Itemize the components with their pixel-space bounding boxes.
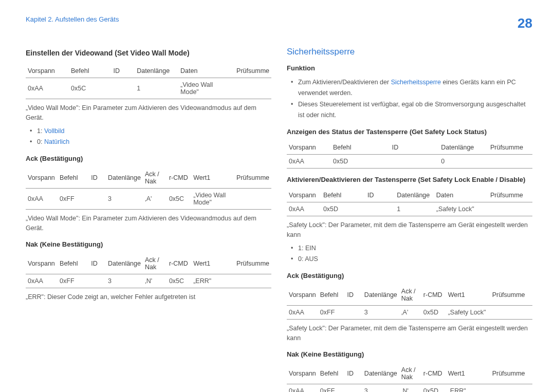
cell xyxy=(89,189,106,210)
col-header: Befehl xyxy=(321,189,365,202)
cell: 0x5D xyxy=(331,155,390,169)
col-header: Befehl xyxy=(331,141,390,155)
col-header: Datenlänge xyxy=(395,189,434,202)
col-header: Vorspann xyxy=(287,189,321,202)
cell xyxy=(490,384,532,392)
note-text: „Video Wall Mode": Ein Parameter zum Akt… xyxy=(26,214,271,233)
col-header: Prüfsumme xyxy=(488,141,532,155)
cell: 0x5D xyxy=(321,202,365,216)
note-text: „Video Wall Mode": Ein Parameter zum Akt… xyxy=(26,103,271,123)
cell xyxy=(112,78,135,99)
cell: „Safety Lock" xyxy=(446,306,490,320)
col-header: Daten xyxy=(178,64,234,78)
col-header: Befehl xyxy=(58,253,89,274)
cell: 1 xyxy=(135,78,178,99)
col-header: Ack / Nak xyxy=(399,285,421,306)
table-safety-nak: Vorspann Befehl ID Datenlänge Ack / Nak … xyxy=(287,363,532,393)
cell: „Safety Lock" xyxy=(434,202,488,216)
heading-ack2: Ack (Bestätigung) xyxy=(287,272,532,279)
cell xyxy=(390,155,439,169)
cell: 0xAA xyxy=(26,78,69,99)
cell: 0xFF xyxy=(58,274,89,288)
cell: 0x5C xyxy=(167,189,191,210)
chapter-title: Kapitel 2. Aufstellen des Geräts xyxy=(26,15,119,23)
heading-sicherheitssperre: Sicherheitssperre xyxy=(287,47,532,57)
col-header: r-CMD xyxy=(167,253,191,274)
col-header: ID xyxy=(365,189,395,202)
cell: 0x5D xyxy=(421,384,446,392)
prefix: 0: xyxy=(37,138,44,145)
col-header: Wert1 xyxy=(446,363,490,384)
heading-nak2: Nak (Keine Bestätigung) xyxy=(287,350,532,358)
cell: 0xFF xyxy=(318,306,345,320)
list-item: 1: EIN xyxy=(291,243,532,254)
cell: 0xAA xyxy=(26,274,58,288)
col-header: Wert1 xyxy=(446,285,490,306)
cell xyxy=(345,384,362,392)
cell: 0xAA xyxy=(287,202,321,216)
col-header: Vorspann xyxy=(287,363,318,384)
cell: 0xAA xyxy=(287,306,318,320)
cell: ‚A' xyxy=(143,189,167,210)
cell xyxy=(488,155,532,169)
cell: 0xAA xyxy=(26,189,58,210)
col-header: Vorspann xyxy=(287,285,318,306)
link-vollbild[interactable]: Vollbild xyxy=(44,127,65,135)
cell: 0x5C xyxy=(167,274,191,288)
cell: 0xAA xyxy=(287,155,331,169)
col-header: ID xyxy=(390,141,439,155)
list-item: Zum Aktivieren/Deaktivieren der Sicherhe… xyxy=(291,77,532,99)
col-header: ID xyxy=(89,167,106,189)
cell: „ERR" xyxy=(446,384,490,392)
cell xyxy=(488,202,532,216)
col-header: Prüfsumme xyxy=(488,189,532,202)
list-item: 1: Vollbild xyxy=(30,126,271,137)
list-item: Dieses Steuerelement ist verfügbar, egal… xyxy=(291,99,532,121)
cell: 1 xyxy=(395,202,434,216)
cell: 0 xyxy=(439,155,488,169)
table-video-wall-nak: Vorspann Befehl ID Datenlänge Ack / Nak … xyxy=(26,253,271,288)
list-item: 0: AUS xyxy=(291,254,532,265)
col-header: Befehl xyxy=(318,285,345,306)
note-text: „Safety Lock": Der Parameter, mit dem di… xyxy=(287,220,532,240)
link-natuerlich[interactable]: Natürlich xyxy=(44,138,69,145)
heading-funktion: Funktion xyxy=(287,64,532,72)
cell: „Video Wall Mode" xyxy=(191,189,234,210)
col-header: Wert1 xyxy=(191,167,234,189)
left-column: Einstellen der Videowand (Set Video Wall… xyxy=(26,47,271,392)
heading-ack: Ack (Bestätigung) xyxy=(26,155,271,162)
col-header: Prüfsumme xyxy=(490,285,532,306)
table-safety-set: Vorspann Befehl ID Datenlänge Daten Prüf… xyxy=(287,189,532,216)
cell: 0xFF xyxy=(318,384,345,392)
col-header: Datenlänge xyxy=(362,285,399,306)
cell: 0x5D xyxy=(421,306,446,320)
note-text: „ERR": Dieser Code zeigt an, welcher Feh… xyxy=(26,292,271,302)
col-header: Befehl xyxy=(318,363,345,384)
col-header: ID xyxy=(345,363,362,384)
col-header: ID xyxy=(89,253,106,274)
page-number: 28 xyxy=(517,15,532,31)
col-header: Prüfsumme xyxy=(490,363,532,384)
cell: 0xAA xyxy=(287,384,318,392)
col-header: Prüfsumme xyxy=(234,253,271,274)
col-header: Prüfsumme xyxy=(234,64,271,78)
text: Zum Aktivieren/Deaktivieren der xyxy=(298,79,391,86)
cell: „Video Wall Mode" xyxy=(178,78,234,99)
cell: ‚N' xyxy=(143,274,167,288)
heading-set-enable: Aktivieren/Deaktivieren der Tastensperre… xyxy=(287,176,532,183)
cell xyxy=(365,202,395,216)
table-safety-get: Vorspann Befehl ID Datenlänge Prüfsumme … xyxy=(287,141,532,169)
link-sicherheitssperre[interactable]: Sicherheitssperre xyxy=(391,79,441,86)
col-header: Ack / Nak xyxy=(399,363,421,384)
col-header: Datenlänge xyxy=(106,253,143,274)
table-video-wall-set: Vorspann Befehl ID Datenlänge Daten Prüf… xyxy=(26,64,271,99)
col-header: Datenlänge xyxy=(135,64,178,78)
cell: 0x5C xyxy=(69,78,112,99)
cell: 3 xyxy=(362,384,399,392)
col-header: Befehl xyxy=(69,64,112,78)
col-header: Ack / Nak xyxy=(143,167,167,189)
heading-get-status: Anzeigen des Status der Tastensperre (Ge… xyxy=(287,128,532,136)
list-item: 0: Natürlich xyxy=(30,137,271,147)
cell: 3 xyxy=(106,189,143,210)
prefix: 1: xyxy=(37,127,44,135)
